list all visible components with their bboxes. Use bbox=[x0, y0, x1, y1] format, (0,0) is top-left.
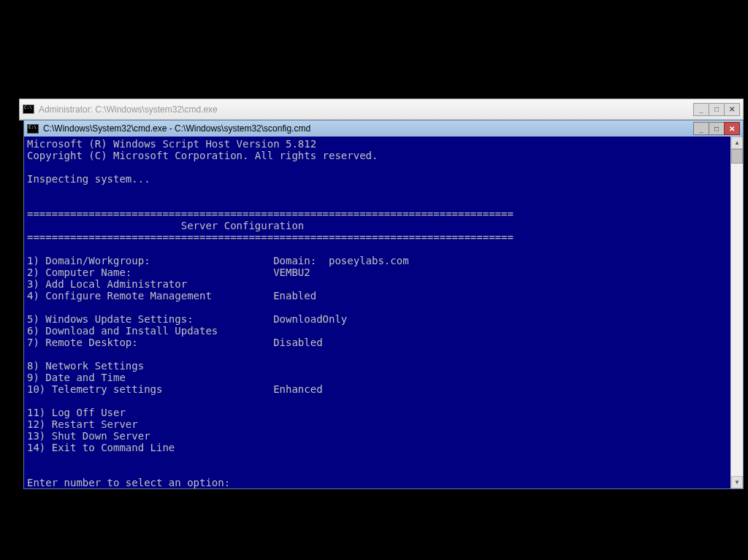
vertical-scrollbar[interactable]: ▲ ▼ bbox=[730, 137, 743, 488]
maximize-button[interactable]: □ bbox=[709, 103, 725, 116]
cmd-icon bbox=[23, 104, 34, 114]
scroll-up-arrow-icon[interactable]: ▲ bbox=[731, 137, 743, 149]
minimize-button[interactable]: _ bbox=[693, 103, 709, 116]
window-controls-inactive: _ □ ✕ bbox=[694, 103, 740, 116]
cmd-icon bbox=[27, 124, 39, 134]
window-title-active: C:\Windows\System32\cmd.exe - C:\Windows… bbox=[43, 123, 694, 134]
close-button[interactable]: ✕ bbox=[724, 103, 740, 116]
titlebar-active[interactable]: C:\Windows\System32\cmd.exe - C:\Windows… bbox=[24, 120, 743, 137]
console-output[interactable]: Microsoft (R) Windows Script Host Versio… bbox=[24, 137, 730, 488]
window-controls-active: _ □ ✕ bbox=[694, 122, 740, 135]
close-button[interactable]: ✕ bbox=[724, 122, 740, 135]
scroll-thumb[interactable] bbox=[731, 149, 743, 164]
titlebar-inactive: Administrator: C:\Windows\system32\cmd.e… bbox=[20, 99, 743, 120]
scroll-down-arrow-icon[interactable]: ▼ bbox=[731, 476, 743, 488]
maximize-button[interactable]: □ bbox=[709, 122, 725, 135]
console-body-wrap: Microsoft (R) Windows Script Host Versio… bbox=[24, 137, 743, 488]
window-title-inactive: Administrator: C:\Windows\system32\cmd.e… bbox=[39, 104, 694, 115]
cmd-window-background: Administrator: C:\Windows\system32\cmd.e… bbox=[19, 99, 744, 120]
minimize-button[interactable]: _ bbox=[693, 122, 709, 135]
sconfig-window: C:\Windows\System32\cmd.exe - C:\Windows… bbox=[23, 120, 744, 489]
